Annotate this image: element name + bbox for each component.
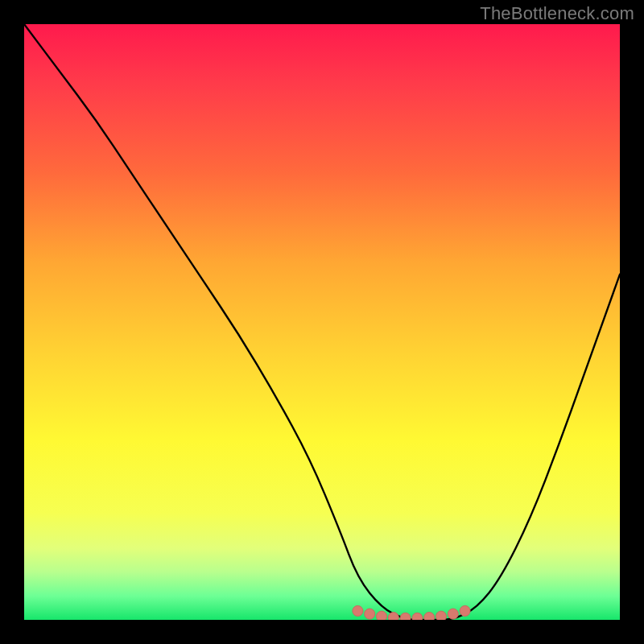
optimal-marker <box>448 609 458 619</box>
watermark-text: TheBottleneck.com <box>480 3 634 24</box>
bottleneck-curve <box>24 24 620 620</box>
optimal-range-markers <box>353 605 470 620</box>
optimal-marker <box>400 613 411 620</box>
chart-frame: TheBottleneck.com <box>0 0 644 644</box>
optimal-marker <box>424 613 435 621</box>
optimal-marker <box>377 611 387 620</box>
optimal-marker <box>460 605 470 616</box>
optimal-marker <box>353 605 363 616</box>
optimal-marker <box>436 611 447 620</box>
curve-svg <box>24 24 620 620</box>
plot-area <box>24 24 620 620</box>
optimal-marker <box>412 613 423 620</box>
optimal-marker <box>365 609 375 619</box>
optimal-marker <box>388 613 398 621</box>
